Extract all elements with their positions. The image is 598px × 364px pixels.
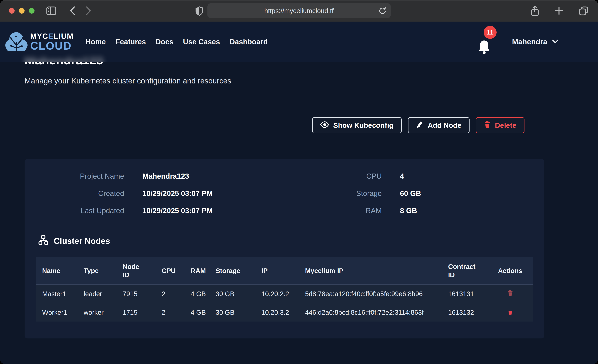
nodes-table-wrap: Name Type Node ID CPU RAM Storage IP Myc… (36, 257, 533, 322)
col-storage: Storage (210, 257, 255, 285)
cluster-icon (38, 235, 49, 247)
eye-icon (320, 121, 329, 129)
col-type: Type (78, 257, 117, 285)
cell-cpu: 2 (156, 285, 185, 303)
cluster-nodes-title: Cluster Nodes (54, 236, 110, 246)
address-bar-url: https://myceliumcloud.tf (264, 7, 334, 15)
created-label: Created (46, 189, 124, 198)
page-subtitle: Manage your Kubernetes cluster configura… (25, 76, 231, 85)
last-updated-value: 10/29/2025 03:07 PM (142, 207, 213, 215)
nav-links: Home Features Docs Use Cases Dashboard (85, 38, 268, 46)
col-cpu: CPU (156, 257, 185, 285)
pencil-icon (416, 121, 424, 130)
trash-icon (507, 313, 513, 315)
nav-link-home[interactable]: Home (85, 38, 106, 46)
nav-link-dashboard[interactable]: Dashboard (230, 38, 268, 46)
show-kubeconfig-button[interactable]: Show Kubeconfig (312, 117, 402, 133)
cell-node-id: 7915 (117, 285, 156, 303)
delete-cluster-button[interactable]: Delete (476, 117, 524, 133)
nav-link-use-cases[interactable]: Use Cases (183, 38, 220, 46)
cell-contract-id: 1613131 (442, 285, 488, 303)
nodes-table: Name Type Node ID CPU RAM Storage IP Myc… (36, 257, 533, 322)
user-name: Mahendra (512, 38, 547, 46)
last-updated-label: Last Updated (46, 207, 124, 215)
cell-name: Master1 (36, 285, 78, 303)
col-actions: Actions (488, 257, 533, 285)
notification-count-badge: 11 (484, 26, 497, 39)
cluster-details-card: Project Name Mahendra123 Created 10/29/2… (25, 159, 544, 339)
col-mycelium-ip: Mycelium IP (299, 257, 442, 285)
col-name: Name (36, 257, 78, 285)
delete-node-button[interactable] (507, 289, 513, 297)
cell-name: Worker1 (36, 303, 78, 322)
share-icon[interactable] (530, 6, 539, 16)
new-tab-icon[interactable] (555, 6, 564, 15)
chevron-down-icon (552, 40, 558, 44)
cluster-info-left: Project Name Mahendra123 Created 10/29/2… (46, 171, 213, 223)
created-value: 10/29/2025 03:07 PM (142, 189, 213, 198)
reload-icon[interactable] (378, 7, 386, 15)
address-bar[interactable]: https://myceliumcloud.tf (207, 3, 391, 18)
brand-wordmark[interactable]: MYCELIUM CLOUD (30, 32, 74, 51)
cell-cpu: 2 (156, 303, 185, 322)
site-navbar: Mahendra123 (0, 22, 598, 62)
storage-label: Storage (320, 189, 382, 198)
trash-icon (507, 294, 513, 297)
show-kubeconfig-label: Show Kubeconfig (333, 121, 393, 129)
cell-mycelium-ip: 446:d2a6:8bcd:8c16:ff0f:72e2:3114:863f (299, 303, 442, 322)
table-row: Worker1 worker 1715 2 4 GB 30 GB 10.20.3… (36, 303, 533, 322)
cell-node-id: 1715 (117, 303, 156, 322)
tab-overview-icon[interactable] (579, 6, 588, 16)
mycelium-cloud-logo-icon[interactable] (5, 29, 28, 54)
notifications-button[interactable]: 11 (478, 25, 498, 60)
cell-ram: 4 GB (185, 285, 210, 303)
forward-icon[interactable] (86, 6, 91, 16)
col-contract-id: Contract ID (442, 257, 488, 285)
delete-node-button[interactable] (507, 308, 513, 315)
project-name-label: Project Name (46, 172, 124, 180)
ram-value: 8 GB (400, 207, 417, 215)
cell-mycelium-ip: 5d8:78ea:a120:f40c:ff0f:a5fe:99e6:8b96 (299, 285, 442, 303)
table-row: Master1 leader 7915 2 4 GB 30 GB 10.20.2… (36, 285, 533, 303)
page-content: Mahendra123 Manage your Kubernetes clust… (0, 22, 598, 364)
trash-icon (484, 121, 491, 130)
cell-storage: 30 GB (210, 303, 255, 322)
cell-storage: 30 GB (210, 285, 255, 303)
add-node-label: Add Node (428, 121, 461, 129)
cluster-info-right: CPU 4 Storage 60 GB RAM 8 GB (320, 171, 421, 223)
cell-ip: 10.20.3.2 (255, 303, 299, 322)
col-ram: RAM (185, 257, 210, 285)
cluster-nodes-heading: Cluster Nodes (38, 235, 110, 247)
cell-contract-id: 1613132 (442, 303, 488, 322)
add-node-button[interactable]: Add Node (408, 117, 470, 133)
blurred-title-under-navbar: Mahendra123 (25, 55, 103, 62)
cpu-label: CPU (320, 172, 382, 180)
cell-type: leader (78, 285, 117, 303)
table-header-row: Name Type Node ID CPU RAM Storage IP Myc… (36, 257, 533, 285)
project-name-value: Mahendra123 (142, 172, 189, 180)
col-node-id: Node ID (117, 257, 156, 285)
bell-icon (478, 39, 491, 56)
cluster-actions: Show Kubeconfig Add Node (312, 117, 524, 133)
user-menu[interactable]: Mahendra (512, 22, 558, 62)
zoom-window-button[interactable] (29, 8, 34, 14)
browser-toolbar: https://myceliumcloud.tf (0, 0, 598, 22)
ram-label: RAM (320, 207, 382, 215)
back-icon[interactable] (69, 6, 75, 16)
cpu-value: 4 (400, 172, 404, 180)
cell-ip: 10.20.2.2 (255, 285, 299, 303)
minimize-window-button[interactable] (19, 8, 25, 14)
window-controls (9, 8, 34, 14)
browser-window: https://myceliumcloud.tf (0, 0, 598, 364)
nav-link-docs[interactable]: Docs (156, 38, 174, 46)
sidebar-toggle-icon[interactable] (46, 6, 57, 15)
nav-link-features[interactable]: Features (116, 38, 146, 46)
storage-value: 60 GB (400, 189, 421, 198)
col-ip: IP (255, 257, 299, 285)
privacy-shield-icon[interactable] (195, 6, 203, 16)
delete-label: Delete (495, 121, 516, 129)
cell-type: worker (78, 303, 117, 322)
cell-ram: 4 GB (185, 303, 210, 322)
close-window-button[interactable] (9, 8, 15, 14)
